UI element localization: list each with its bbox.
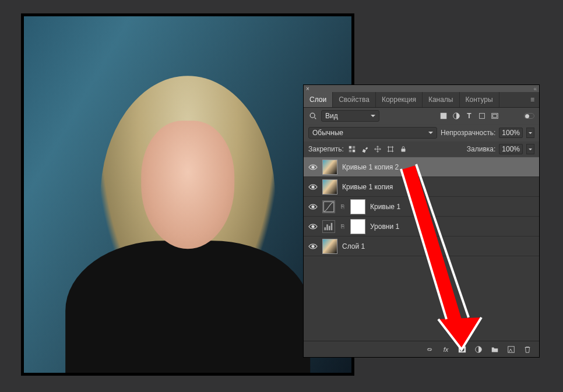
fx-icon[interactable]: fx xyxy=(441,345,451,354)
layer-row[interactable]: ⎘ Уровни 1 xyxy=(304,217,539,236)
svg-rect-10 xyxy=(353,150,355,152)
svg-rect-8 xyxy=(353,146,355,149)
document-canvas[interactable] xyxy=(24,16,351,373)
blend-mode-value: Обычные xyxy=(312,129,343,137)
blend-mode-select[interactable]: Обычные xyxy=(308,127,437,139)
svg-rect-6 xyxy=(493,114,497,117)
fill-label: Заливка: xyxy=(467,145,496,153)
lock-position-icon[interactable] xyxy=(373,144,382,154)
svg-rect-7 xyxy=(349,146,351,149)
opacity-label: Непрозрачность: xyxy=(441,129,495,137)
layer-name[interactable]: Кривые 1 копия 2 xyxy=(342,163,399,171)
layer-name[interactable]: Кривые 1 xyxy=(370,203,400,211)
layer-row[interactable]: Кривые 1 копия xyxy=(304,177,539,197)
layer-name[interactable]: Слой 1 xyxy=(342,242,365,250)
layer-name[interactable]: Кривые 1 копия xyxy=(342,183,393,191)
svg-point-15 xyxy=(312,206,314,208)
mask-link-icon[interactable]: ⎘ xyxy=(340,203,346,210)
svg-point-13 xyxy=(312,166,314,168)
visibility-icon[interactable] xyxy=(308,163,318,172)
lock-row: Закрепить: Заливка: 100% xyxy=(304,142,539,157)
tab-properties[interactable]: Свойства xyxy=(333,92,376,107)
panel-titlebar[interactable]: × « xyxy=(304,85,539,92)
panel-menu-icon[interactable]: ≡ xyxy=(526,96,539,104)
visibility-icon[interactable] xyxy=(308,222,318,231)
lock-brush-icon[interactable] xyxy=(360,144,370,154)
tab-adjustments[interactable]: Коррекция xyxy=(376,92,423,107)
layer-row[interactable]: ⎘ Кривые 1 xyxy=(304,197,539,217)
new-group-icon[interactable] xyxy=(490,345,499,354)
lock-all-icon[interactable] xyxy=(399,144,408,154)
filter-toggle-icon[interactable] xyxy=(524,113,534,119)
tab-paths[interactable]: Контуры xyxy=(460,92,499,107)
filter-type-icon[interactable]: T xyxy=(465,111,474,121)
collapse-icon[interactable]: « xyxy=(533,86,537,92)
svg-point-18 xyxy=(312,245,314,248)
layer-thumbnail[interactable] xyxy=(322,179,337,195)
panel-tabs: Слои Свойства Коррекция Каналы Контуры ≡ xyxy=(304,92,539,108)
link-layers-icon[interactable] xyxy=(425,345,434,354)
fill-value[interactable]: 100% xyxy=(499,144,523,154)
delete-layer-icon[interactable] xyxy=(523,345,532,354)
mask-link-icon[interactable]: ⎘ xyxy=(340,223,346,229)
svg-point-20 xyxy=(460,347,465,351)
fill-dropdown-icon[interactable] xyxy=(526,144,534,154)
blend-row: Обычные Непрозрачность: 100% xyxy=(304,125,539,142)
visibility-icon[interactable] xyxy=(308,242,318,251)
filter-shape-icon[interactable] xyxy=(477,111,487,121)
tab-layers[interactable]: Слои xyxy=(304,92,333,107)
new-layer-icon[interactable] xyxy=(506,345,516,354)
layer-row[interactable]: Слой 1 xyxy=(304,236,539,256)
svg-rect-11 xyxy=(388,147,392,151)
tab-channels[interactable]: Каналы xyxy=(423,92,460,107)
close-icon[interactable]: × xyxy=(306,86,309,92)
svg-point-14 xyxy=(312,186,314,188)
lock-artboard-icon[interactable] xyxy=(386,144,395,154)
layer-thumbnail[interactable] xyxy=(322,160,337,175)
filter-row: Вид T xyxy=(304,108,539,125)
svg-rect-2 xyxy=(441,113,447,119)
opacity-value[interactable]: 100% xyxy=(499,128,523,138)
svg-rect-12 xyxy=(401,149,405,151)
svg-rect-4 xyxy=(480,114,485,119)
layer-name[interactable]: Уровни 1 xyxy=(370,223,399,231)
layer-mask-thumbnail[interactable] xyxy=(350,219,365,234)
filter-type-select[interactable]: Вид xyxy=(321,110,379,122)
svg-rect-9 xyxy=(349,150,351,152)
adjustment-curves-icon[interactable] xyxy=(322,200,335,213)
filter-type-label: Вид xyxy=(325,112,338,120)
visibility-icon[interactable] xyxy=(308,182,318,192)
filter-smart-icon[interactable] xyxy=(490,111,499,121)
layers-panel: × « Слои Свойства Коррекция Каналы Конту… xyxy=(303,84,540,358)
opacity-dropdown-icon[interactable] xyxy=(526,128,534,138)
layers-list: Кривые 1 копия 2 Кривые 1 копия ⎘ Кривые… xyxy=(304,157,539,341)
panel-footer: fx xyxy=(304,341,539,357)
filter-pixel-icon[interactable] xyxy=(439,111,448,121)
visibility-icon[interactable] xyxy=(308,202,318,211)
svg-point-17 xyxy=(312,225,314,228)
lock-pixels-icon[interactable] xyxy=(347,144,357,154)
layer-thumbnail[interactable] xyxy=(322,239,337,254)
add-mask-icon[interactable] xyxy=(458,345,467,354)
layer-row[interactable]: Кривые 1 копия 2 xyxy=(304,157,539,177)
svg-line-1 xyxy=(315,118,316,119)
search-icon[interactable] xyxy=(308,111,318,121)
adjustment-levels-icon[interactable] xyxy=(322,220,335,233)
svg-point-0 xyxy=(310,113,315,118)
layer-mask-thumbnail[interactable] xyxy=(350,199,365,214)
filter-adjust-icon[interactable] xyxy=(452,111,461,121)
new-adjustment-icon[interactable] xyxy=(474,345,483,354)
lock-label: Закрепить: xyxy=(308,145,344,153)
